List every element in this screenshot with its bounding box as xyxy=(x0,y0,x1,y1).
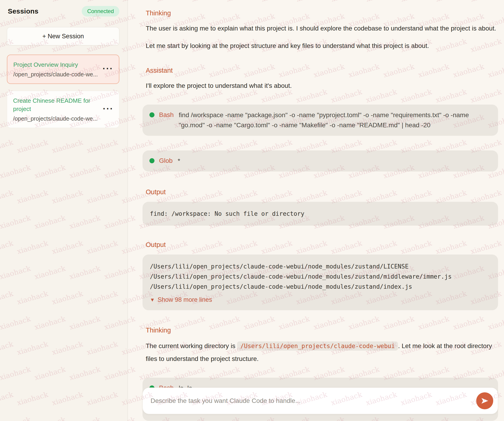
tool-status-dot-icon xyxy=(150,158,155,163)
show-more-lines-button[interactable]: ▼ Show 98 more lines xyxy=(150,296,491,303)
thinking-paragraph: The user is asking me to explain what th… xyxy=(146,23,497,34)
output-heading: Output xyxy=(146,188,498,196)
output-line: find: /workspace: No such file or direct… xyxy=(150,209,491,219)
output-line: /Users/lili/open_projects/claude-code-we… xyxy=(150,281,491,292)
app-window: Sessions Connected + New Session Project… xyxy=(0,0,504,421)
sidebar-title: Sessions xyxy=(8,7,38,15)
send-icon xyxy=(480,397,489,405)
session-path: /open_projects/claude-code-we... xyxy=(13,71,103,78)
tool-command: find /workspace -name "package.json" -o … xyxy=(179,110,491,130)
output-line: /Users/lili/open_projects/claude-code-we… xyxy=(150,261,491,271)
thinking-heading: Thinking xyxy=(146,326,498,334)
session-menu-icon[interactable]: ··· xyxy=(102,64,113,73)
session-title: Create Chinese README for project xyxy=(13,97,103,113)
output-block: /Users/lili/open_projects/claude-code-we… xyxy=(143,255,498,310)
tool-call-glob[interactable]: Glob * xyxy=(143,150,498,171)
composer-bar xyxy=(143,387,498,414)
inline-code: /Users/lili/open_projects/claude-code-we… xyxy=(237,341,398,351)
new-session-button[interactable]: + New Session xyxy=(7,27,119,45)
session-title: Project Overview Inquiry xyxy=(13,60,103,69)
show-more-label: Show 98 more lines xyxy=(158,296,212,303)
thinking-heading: Thinking xyxy=(146,9,498,17)
assistant-paragraph: I'll explore the project to understand w… xyxy=(146,80,497,92)
output-heading: Output xyxy=(146,241,498,249)
triangle-down-icon: ▼ xyxy=(150,297,155,303)
tool-call-bash-find[interactable]: Bash find /workspace -name "package.json… xyxy=(143,105,498,136)
task-input[interactable] xyxy=(150,397,473,404)
thinking-paragraph: Let me start by looking at the project s… xyxy=(146,40,497,52)
connection-status-badge: Connected xyxy=(82,6,119,17)
send-button[interactable] xyxy=(476,392,493,409)
text-before-code: The current working directory is xyxy=(146,342,237,350)
tool-status-dot-icon xyxy=(150,112,155,117)
tool-name: Glob xyxy=(159,156,173,166)
tool-command: * xyxy=(178,156,180,166)
session-item-project-overview[interactable]: Project Overview Inquiry /open_projects/… xyxy=(7,55,119,84)
sidebar-header: Sessions Connected xyxy=(7,6,119,17)
session-path: /open_projects/claude-code-we... xyxy=(13,115,103,122)
session-menu-icon[interactable]: ··· xyxy=(103,104,114,113)
sessions-sidebar: Sessions Connected + New Session Project… xyxy=(0,0,128,421)
thinking-paragraph: The current working directory is /Users/… xyxy=(146,339,497,365)
assistant-heading: Assistant xyxy=(146,66,498,74)
session-item-chinese-readme[interactable]: Create Chinese README for project /open_… xyxy=(7,91,119,128)
tool-name: Bash xyxy=(159,110,174,120)
output-line: /Users/lili/open_projects/claude-code-we… xyxy=(150,271,491,281)
output-block: find: /workspace: No such file or direct… xyxy=(143,202,498,226)
chat-main: Thinking The user is asking me to explai… xyxy=(128,0,504,421)
